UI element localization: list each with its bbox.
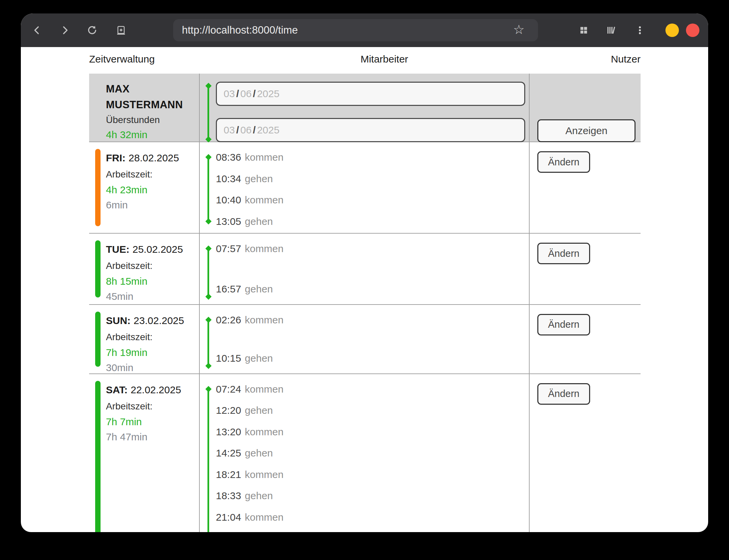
date-from-year: 2025: [257, 88, 279, 99]
time-entry: 13:05gehen: [216, 211, 529, 232]
anzeigen-button[interactable]: Anzeigen: [537, 119, 636, 142]
day-row-fri: FRI:28.02.2025 Arbeitszeit: 4h 23min 6mi…: [89, 142, 641, 234]
worktime-label: Arbeitszeit:: [106, 329, 184, 345]
overtime-label: Überstunden: [106, 113, 183, 127]
day-status-bar: [95, 149, 101, 226]
day-title: TUE:25.02.2025: [106, 242, 183, 256]
day-row-sat: SAT:22.02.2025 Arbeitszeit: 7h 7min 7h 4…: [89, 374, 641, 532]
forward-icon[interactable]: [60, 25, 70, 35]
aendern-button[interactable]: Ändern: [537, 314, 590, 335]
time-entry: 10:40kommen: [216, 189, 529, 211]
time-entry: 13:20kommen: [216, 421, 529, 443]
kebab-menu-icon[interactable]: [635, 25, 645, 35]
date-from-day: 06: [240, 88, 252, 99]
employee-summary: MAX MUSTERMANN Überstunden 4h 32min: [106, 81, 183, 142]
worktime-value: 8h 15min: [106, 274, 183, 289]
day-row-tue: TUE:25.02.2025 Arbeitszeit: 8h 15min 45m…: [89, 234, 641, 305]
reload-icon[interactable]: [87, 25, 97, 35]
day-status-bar: [95, 312, 101, 367]
nav-nutzer[interactable]: Nutzer: [611, 52, 641, 67]
browser-window: http://localhost:8000/time ☆ Zeitverwalt…: [21, 13, 708, 532]
nav-mitarbeiter[interactable]: Mitarbeiter: [360, 52, 408, 67]
date-to-year: 2025: [257, 124, 279, 136]
time-entry: 07:57kommen: [216, 238, 529, 259]
time-entries: 08:36kommen 10:34gehen 10:40kommen 13:05…: [200, 142, 529, 233]
time-entry: 07:24kommen: [216, 378, 529, 400]
pause-value: 7h 47min: [106, 429, 181, 444]
date-to-day: 06: [240, 124, 252, 136]
employee-name-line1: MAX: [106, 81, 183, 97]
worktime-value: 7h 7min: [106, 414, 181, 429]
date-to-month: 03: [224, 124, 235, 136]
pause-value: 6min: [106, 197, 179, 212]
time-span-line: [207, 157, 209, 222]
employee-name-line2: MUSTERMANN: [106, 97, 183, 113]
time-entry: 10:34gehen: [216, 168, 529, 190]
day-title: FRI:28.02.2025: [106, 151, 179, 165]
time-table: MAX MUSTERMANN Überstunden 4h 32min 03/0…: [89, 74, 641, 532]
time-entry: 08:36kommen: [216, 147, 529, 168]
date-range-connector: [207, 86, 209, 139]
bookmark-star-icon[interactable]: ☆: [513, 23, 525, 36]
aendern-button[interactable]: Ändern: [537, 383, 590, 405]
time-span-line: [207, 389, 209, 532]
minimize-button[interactable]: [665, 24, 679, 37]
time-entry: 14:25gehen: [216, 442, 529, 464]
date-from-input[interactable]: 03/06/2025: [216, 82, 525, 106]
day-title: SAT:22.02.2025: [106, 383, 181, 397]
url-text: http://localhost:8000/time: [182, 24, 298, 36]
back-icon[interactable]: [32, 25, 42, 35]
worktime-label: Arbeitszeit:: [106, 258, 183, 274]
day-status-bar: [95, 240, 101, 297]
filter-row: MAX MUSTERMANN Überstunden 4h 32min 03/0…: [89, 74, 641, 142]
day-title: SUN:23.02.2025: [106, 314, 184, 328]
browser-toolbar: http://localhost:8000/time ☆: [21, 13, 708, 47]
nav-zeitverwaltung[interactable]: Zeitverwaltung: [89, 52, 155, 67]
day-row-sun: SUN:23.02.2025 Arbeitszeit: 7h 19min 30m…: [89, 305, 641, 374]
date-from-month: 03: [224, 88, 235, 99]
time-span-line: [207, 320, 209, 366]
close-button[interactable]: [686, 24, 699, 37]
aendern-button[interactable]: Ändern: [537, 243, 590, 264]
time-entry: 16:57gehen: [216, 278, 529, 300]
time-entry: 10:15gehen: [216, 348, 529, 369]
time-span-line: [207, 248, 209, 297]
url-bar[interactable]: http://localhost:8000/time ☆: [173, 19, 538, 41]
time-entry: 18:33gehen: [216, 485, 529, 507]
worktime-value: 4h 23min: [106, 182, 179, 197]
aendern-button[interactable]: Ändern: [537, 151, 590, 173]
pause-value: 30min: [106, 360, 184, 375]
time-entries: 07:24kommen 12:20gehen 13:20kommen 14:25…: [200, 374, 529, 532]
date-to-input[interactable]: 03/06/2025: [216, 118, 525, 142]
day-status-bar: [95, 381, 101, 532]
grid-icon[interactable]: [579, 25, 589, 35]
pause-value: 45min: [106, 289, 183, 304]
time-entry: 12:20gehen: [216, 400, 529, 421]
worktime-label: Arbeitszeit:: [106, 167, 179, 182]
time-entry: 21:04kommen: [216, 507, 529, 528]
time-entry: 02:26kommen: [216, 309, 529, 331]
library-icon[interactable]: [606, 25, 616, 35]
time-entries: 07:57kommen 16:57gehen: [200, 234, 529, 304]
time-entries: 02:26kommen 10:15gehen: [200, 305, 529, 373]
worktime-label: Arbeitszeit:: [106, 399, 181, 414]
overtime-value: 4h 32min: [106, 127, 183, 142]
worktime-value: 7h 19min: [106, 345, 184, 360]
new-tab-icon[interactable]: [116, 25, 126, 35]
time-entry: 18:21kommen: [216, 464, 529, 485]
